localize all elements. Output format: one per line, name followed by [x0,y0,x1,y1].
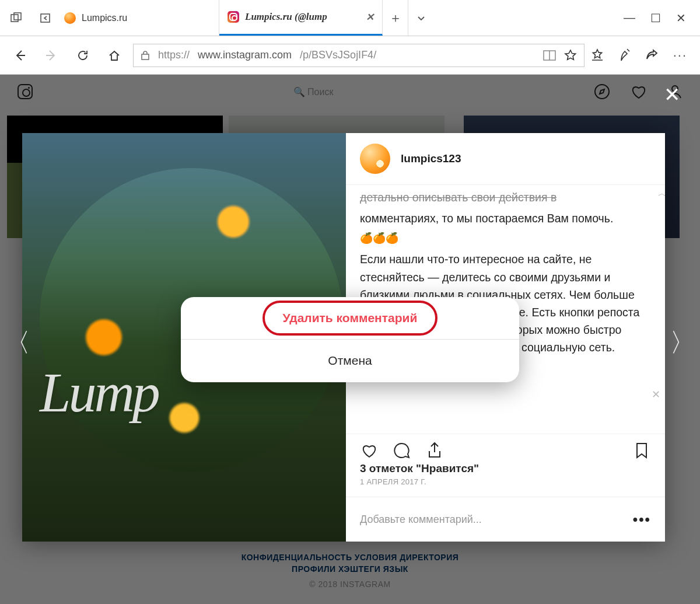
nav-refresh-button[interactable] [70,43,96,68]
reading-view-icon[interactable] [543,50,556,61]
browser-tab-bar: Lumpics.ru Lumpics.ru (@lump ✕ ＋ — ☐ ✕ [0,0,700,36]
page-viewport: 🔍 Поиск КОНФИДЕНЦИАЛЬНОСТЬ УСЛОВИЯ ДИРЕК… [0,75,700,604]
url-scheme: https:// [158,49,190,61]
address-bar[interactable]: https://www.instagram.com/p/BSVsJSojIF4/ [133,44,584,67]
lumpics-favicon-icon [64,12,76,24]
browser-more-icon[interactable]: ··· [673,48,687,63]
cancel-button[interactable]: Отмена [181,340,519,382]
comment-action-sheet: Удалить комментарий Отмена [181,297,519,382]
notes-pen-icon[interactable] [618,48,631,62]
nav-back-button[interactable] [7,43,33,68]
share-icon[interactable] [645,48,659,62]
browser-tab-active[interactable]: Lumpics.ru (@lump ✕ [219,0,383,36]
window-maximize-button[interactable]: ☐ [650,11,661,25]
svg-rect-2 [41,14,50,22]
svg-rect-1 [14,13,21,20]
browser-tab-inactive[interactable]: Lumpics.ru [56,0,219,36]
window-close-button[interactable]: ✕ [676,11,686,25]
lock-icon [141,50,150,61]
edge-set-aside-icon[interactable] [35,8,56,29]
favorites-hub-icon[interactable] [590,48,604,62]
action-sheet-backdrop[interactable]: Удалить комментарий Отмена [0,75,700,604]
new-tab-button[interactable]: ＋ [383,0,408,36]
favorite-star-icon[interactable] [564,49,577,62]
tab-title: Lumpics.ru (@lump [245,11,327,23]
nav-home-button[interactable] [102,43,127,68]
tab-close-icon[interactable]: ✕ [366,11,374,23]
svg-rect-0 [11,15,18,22]
nav-forward-button[interactable] [38,43,64,68]
browser-toolbar: https://www.instagram.com/p/BSVsJSojIF4/… [0,36,700,75]
edge-tabs-aside-icon[interactable] [6,8,27,29]
url-path: /p/BSVsJSojIF4/ [300,49,376,61]
window-minimize-button[interactable]: — [624,11,635,25]
instagram-favicon-icon [228,11,239,23]
delete-comment-button[interactable]: Удалить комментарий [181,297,519,340]
tab-overflow-icon[interactable] [408,0,434,36]
url-host: www.instagram.com [198,49,292,61]
tab-title: Lumpics.ru [82,13,127,23]
svg-rect-3 [142,54,149,60]
